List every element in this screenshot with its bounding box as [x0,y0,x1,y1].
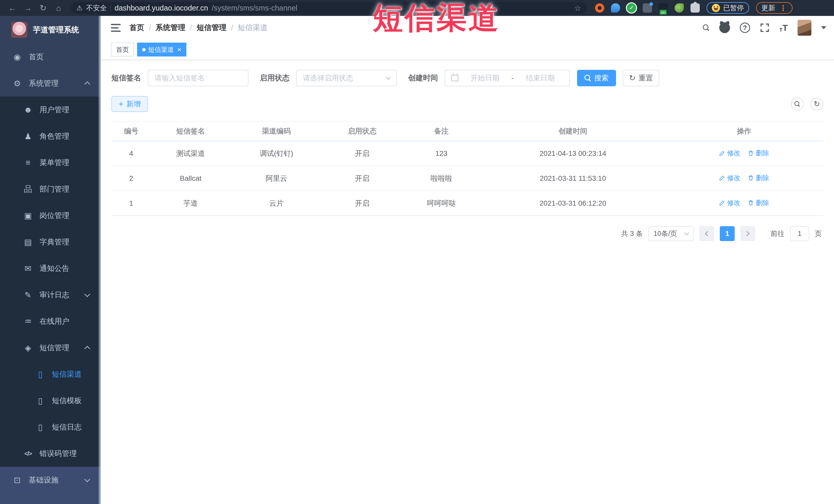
search-icon[interactable] [703,24,709,31]
table-row: 1芋道云片开启呵呵呵哒2021-03-31 06:12:20修改删除 [111,191,823,216]
sidebar-item-system[interactable]: ⚙系统管理 [0,70,101,96]
sign-label: 短信签名 [111,73,141,83]
tab-首页[interactable]: 首页 [111,43,134,57]
sidebar-item-error-code[interactable]: </>错误码管理 [0,440,101,467]
chevron-right-icon [744,231,749,236]
search-icon [794,101,800,107]
breadcrumb-separator: / [149,24,151,32]
next-page-button[interactable] [740,226,755,241]
sidebar-item-audit-log[interactable]: ✎审计日志 [0,282,101,308]
sidebar-item-label: 基础设施 [29,475,59,485]
check-extension-icon[interactable] [627,3,636,13]
delete-link[interactable]: 删除 [747,198,769,207]
sidebar-item-online-user[interactable]: ♒在线用户 [0,308,101,334]
page-number-1[interactable]: 1 [720,226,735,241]
search-button[interactable]: 搜索 [577,70,616,86]
chevron-down-icon [684,230,689,236]
status-select[interactable]: 请选择启用状态 [296,70,397,86]
sign-input[interactable] [155,74,242,82]
filter-form: 短信签名 启用状态 请选择启用状态 创建时间 - [111,70,823,86]
reset-button[interactable]: ↻ 重置 [623,70,659,86]
breadcrumb-separator: / [231,24,233,32]
sidebar-item-label: 系统管理 [29,78,59,89]
cell-sign: 测试渠道 [151,141,230,166]
sidebar-item-notice[interactable]: ✉通知公告 [0,255,101,282]
toggle-search-button[interactable] [791,97,804,110]
onoff-extension-icon[interactable] [659,3,668,13]
puzzle-extension-icon[interactable] [690,3,700,13]
sidebar-item-sms-log[interactable]: ▯短信日志 [0,414,101,440]
cell-status: 开启 [323,166,402,191]
date-range-picker[interactable]: - [445,70,570,86]
sidebar-item-user[interactable]: ☻用户管理 [0,96,101,123]
sidebar-item-infra[interactable]: ⊡基础设施 [0,467,101,493]
delete-link[interactable]: 删除 [747,149,769,158]
url-bar[interactable]: ⚠ 不安全 dashboard.yudao.iocoder.cn /system… [71,2,587,14]
sidebar-item-sms-template[interactable]: ▯短信模板 [0,388,101,414]
browser-home-button[interactable]: ⌂ [52,2,65,14]
fullscreen-icon[interactable] [760,23,770,32]
browser-refresh-button[interactable]: ↻ [37,2,50,14]
user-avatar[interactable] [797,20,811,36]
chevron-down-icon [386,75,391,80]
start-date-input[interactable] [462,74,508,82]
sidebar-item-post[interactable]: ▣岗位管理 [0,202,101,229]
edit-link[interactable]: 修改 [719,198,740,207]
phone-icon: ▯ [35,422,46,432]
breadcrumb-item[interactable]: 系统管理 [156,23,185,33]
sidebar-item-sms[interactable]: ◈短信管理 [0,334,101,361]
edit-link[interactable]: 修改 [719,149,740,158]
url-host: dashboard.yudao.iocoder.cn [114,4,208,12]
chevron-down-icon[interactable] [821,26,826,29]
breadcrumb-item[interactable]: 首页 [129,23,144,33]
sidebar-filler [0,493,101,504]
chevron-up-icon [85,81,90,87]
plus-icon: + [118,100,124,108]
help-icon[interactable] [740,23,750,33]
sidebar-item-home[interactable]: ◉首页 [0,44,101,70]
goto-page-input[interactable] [790,226,809,241]
sidebar-item-sms-channel[interactable]: ▯短信渠道 [0,361,101,388]
github-icon[interactable] [719,22,730,33]
leaf-extension-icon[interactable] [675,3,684,13]
close-icon[interactable]: × [177,46,181,54]
app-logo[interactable]: 芋道管理系统 [0,16,101,44]
cell-created: 2021-03-31 11:53:10 [481,166,665,191]
add-button[interactable]: + 新增 [111,96,148,112]
calendar-icon [451,75,458,81]
sidebar-item-label: 用户管理 [40,105,69,115]
tab-短信渠道[interactable]: 短信渠道× [137,43,186,57]
sidebar-item-dept[interactable]: 品部门管理 [0,176,101,202]
hamburger-icon[interactable] [111,24,120,32]
cell-sign: 芋道 [151,191,230,216]
pin-extension-icon[interactable] [611,3,620,13]
end-date-input[interactable] [518,74,563,82]
emoji-extension-icon [712,4,720,12]
edit-link[interactable]: 修改 [719,174,740,182]
paused-badge[interactable]: 已暂停 [706,2,749,14]
page-size-select[interactable]: 10条/页 [649,226,694,241]
audit-log-icon: ✎ [22,290,34,300]
prev-page-button[interactable] [699,226,714,241]
browser-back-button[interactable]: ← [6,2,19,14]
browser-forward-button[interactable]: → [21,2,35,14]
users-icon: ♟ [22,131,34,141]
update-button[interactable]: 更新 ⋮ [756,2,793,14]
chevron-left-icon [705,231,710,236]
delete-link[interactable]: 删除 [747,174,769,182]
sidebar-item-dict[interactable]: ▤字典管理 [0,229,101,255]
column-header: 渠道编码 [230,122,323,141]
cell-created: 2021-04-13 00:23:14 [481,141,665,166]
gear-icon: ⚙ [11,79,23,88]
bookmark-star-icon[interactable]: ☆ [574,4,581,13]
kebab-menu-icon[interactable]: ⋮ [779,4,787,13]
sidebar-item-menu[interactable]: ≡菜单管理 [0,149,101,176]
refresh-table-button[interactable]: ↻ [810,97,823,110]
grid-extension-icon[interactable] [643,3,652,13]
badge-icon: ▣ [22,211,34,221]
font-size-icon[interactable]: TT [779,23,788,33]
sidebar-item-role[interactable]: ♟角色管理 [0,123,101,149]
refresh-icon: ↻ [629,74,635,82]
orange-extension-icon[interactable] [595,3,604,13]
breadcrumb-item[interactable]: 短信管理 [197,23,226,33]
